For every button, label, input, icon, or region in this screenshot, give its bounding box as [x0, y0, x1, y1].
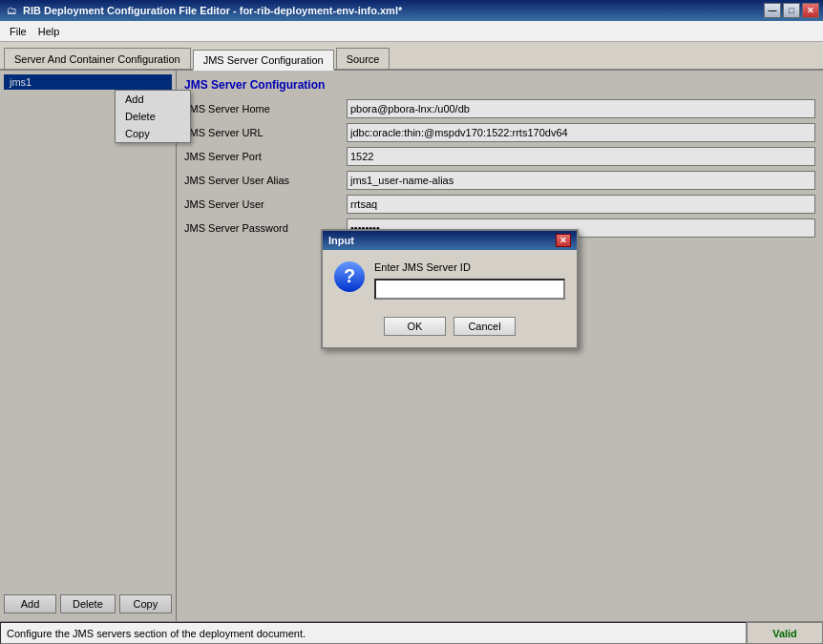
menu-help[interactable]: Help	[32, 24, 66, 39]
title-bar: 🗂 RIB Deployment Configuration File Edit…	[0, 0, 823, 21]
modal-buttons: OK Cancel	[323, 311, 577, 347]
modal-label: Enter JMS Server ID	[374, 261, 565, 273]
status-message: Configure the JMS servers section of the…	[0, 622, 747, 644]
tab-bar: Server And Container Configuration JMS S…	[0, 42, 823, 71]
title-bar-text: RIB Deployment Configuration File Editor…	[23, 5, 764, 16]
status-valid: Valid	[747, 622, 823, 644]
modal-title: Input	[328, 235, 354, 246]
tab-source[interactable]: Source	[336, 48, 390, 69]
modal-cancel-button[interactable]: Cancel	[454, 317, 516, 336]
main-content: jms1 Add Delete Copy Add Delete Copy JMS…	[0, 71, 823, 621]
close-button[interactable]: ✕	[802, 3, 819, 18]
modal-overlay: Input ✕ ? Enter JMS Server ID OK Cancel	[0, 71, 823, 621]
question-icon: ?	[334, 261, 365, 292]
tab-server-container[interactable]: Server And Container Configuration	[4, 48, 191, 69]
menu-file[interactable]: File	[4, 24, 32, 39]
status-bar: Configure the JMS servers section of the…	[0, 621, 823, 644]
minimize-button[interactable]: —	[764, 3, 781, 18]
maximize-button[interactable]: □	[783, 3, 800, 18]
window-controls: — □ ✕	[764, 3, 819, 18]
menu-bar: File Help	[0, 21, 823, 42]
app-icon: 🗂	[4, 3, 19, 18]
modal-title-bar: Input ✕	[323, 231, 577, 250]
modal-body: ? Enter JMS Server ID	[323, 250, 577, 311]
modal-jms-server-id-input[interactable]	[374, 279, 565, 300]
tab-jms-server[interactable]: JMS Server Configuration	[193, 50, 334, 71]
modal-right-section: Enter JMS Server ID	[374, 261, 565, 300]
modal-ok-button[interactable]: OK	[384, 317, 446, 336]
modal-close-button[interactable]: ✕	[556, 234, 571, 247]
modal-input-dialog: Input ✕ ? Enter JMS Server ID OK Cancel	[321, 229, 579, 349]
